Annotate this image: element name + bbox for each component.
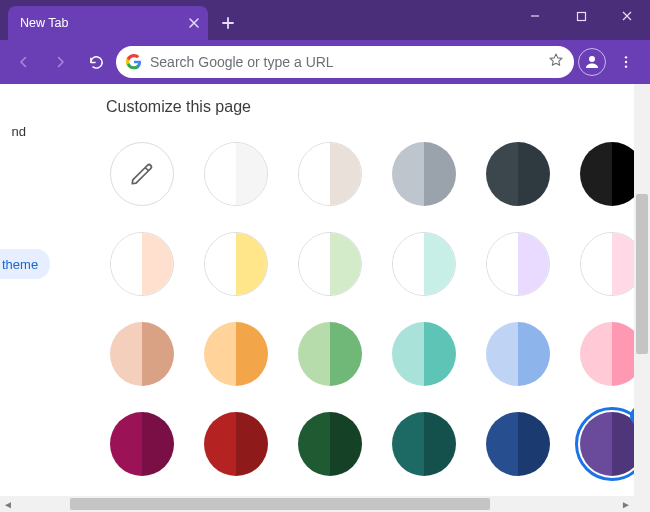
- color-swatch-deep-teal[interactable]: [392, 412, 456, 476]
- color-swatch-orange[interactable]: [204, 322, 268, 386]
- scroll-corner: [634, 496, 650, 512]
- scroll-left-icon[interactable]: ◄: [0, 496, 16, 512]
- color-swatch-warm-grey[interactable]: [298, 142, 362, 206]
- svg-rect-0: [577, 12, 585, 20]
- color-swatch-grid: ✓: [106, 138, 634, 480]
- svg-point-2: [625, 56, 627, 58]
- color-swatch-purple[interactable]: [580, 412, 634, 476]
- sidebar-item-label: theme: [2, 257, 38, 272]
- color-swatch-cool-grey[interactable]: [392, 142, 456, 206]
- color-swatch-blue[interactable]: [486, 322, 550, 386]
- color-swatch-pink[interactable]: [580, 322, 634, 386]
- color-swatch-green-light[interactable]: [298, 232, 362, 296]
- color-swatch-pink-light[interactable]: [580, 232, 634, 296]
- window-titlebar: New Tab: [0, 0, 650, 40]
- sidebar-fragment-background: nd: [0, 124, 26, 139]
- browser-toolbar: Search Google or type a URL: [0, 40, 650, 84]
- color-swatch-slate[interactable]: [486, 142, 550, 206]
- color-swatch-green[interactable]: [298, 322, 362, 386]
- color-swatch-teal[interactable]: [392, 322, 456, 386]
- tab-title: New Tab: [20, 16, 68, 30]
- horizontal-scrollbar[interactable]: ◄ ►: [0, 496, 634, 512]
- svg-point-1: [589, 56, 595, 62]
- color-swatch-lavender-light[interactable]: [486, 232, 550, 296]
- maximize-button[interactable]: [558, 0, 604, 32]
- reload-button[interactable]: [80, 46, 112, 78]
- color-swatch-custom-picker[interactable]: [110, 142, 174, 206]
- profile-button[interactable]: [578, 48, 606, 76]
- star-icon[interactable]: [548, 52, 564, 72]
- menu-button[interactable]: [610, 46, 642, 78]
- google-icon: [126, 54, 142, 70]
- browser-tab[interactable]: New Tab: [8, 6, 208, 40]
- svg-point-3: [625, 61, 627, 63]
- color-swatch-white[interactable]: [204, 142, 268, 206]
- color-swatch-black[interactable]: [580, 142, 634, 206]
- new-tab-button[interactable]: [214, 9, 242, 37]
- vertical-scrollbar[interactable]: [634, 84, 650, 496]
- address-bar[interactable]: Search Google or type a URL: [116, 46, 574, 78]
- minimize-button[interactable]: [512, 0, 558, 32]
- horizontal-scroll-thumb[interactable]: [70, 498, 490, 510]
- forward-button[interactable]: [44, 46, 76, 78]
- close-tab-icon[interactable]: [188, 17, 200, 29]
- color-swatch-navy[interactable]: [486, 412, 550, 476]
- color-swatch-teal-light[interactable]: [392, 232, 456, 296]
- scroll-right-icon[interactable]: ►: [618, 496, 634, 512]
- address-bar-placeholder: Search Google or type a URL: [150, 54, 540, 70]
- dialog-title: Customize this page: [106, 98, 251, 116]
- sidebar-item-theme[interactable]: theme: [0, 249, 50, 279]
- page-viewport: nd theme Customize this page ✓ ◄ ►: [0, 84, 650, 512]
- svg-point-4: [625, 65, 627, 67]
- color-swatch-yellow-light[interactable]: [204, 232, 268, 296]
- color-swatch-peach[interactable]: [110, 322, 174, 386]
- color-swatch-magenta[interactable]: [110, 412, 174, 476]
- color-swatch-forest[interactable]: [298, 412, 362, 476]
- back-button[interactable]: [8, 46, 40, 78]
- color-swatch-peach-light[interactable]: [110, 232, 174, 296]
- window-close-button[interactable]: [604, 0, 650, 32]
- color-swatch-red[interactable]: [204, 412, 268, 476]
- vertical-scroll-thumb[interactable]: [636, 194, 648, 354]
